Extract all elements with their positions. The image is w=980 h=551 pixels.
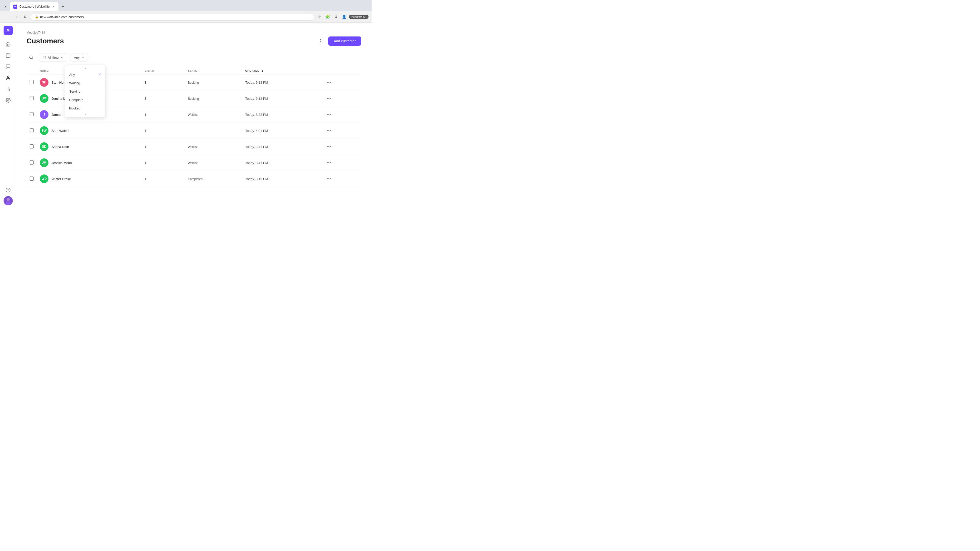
time-filter-button[interactable]: All time <box>39 54 67 62</box>
customer-avatar: JM <box>40 159 48 167</box>
row-checkbox-cell <box>27 171 37 187</box>
table-row[interactable]: SD Sarina Dale 1 Waitlist Today, 3:41 PM… <box>27 139 361 155</box>
row-actions-button[interactable]: ••• <box>325 111 333 118</box>
row-actions-cell: ••• <box>321 123 361 139</box>
dropdown-option-waiting[interactable]: Waiting <box>65 79 105 87</box>
back-button[interactable]: ← <box>3 13 10 21</box>
row-actions-cell: ••• <box>321 155 361 171</box>
row-visits-cell: 1 <box>142 123 185 139</box>
table-row[interactable]: SW Sam Walter 1 Today, 4:01 PM ••• <box>27 123 361 139</box>
row-actions-button[interactable]: ••• <box>325 79 333 86</box>
address-bar: ← → ↻ 🔒 new.waitwhile.com/customers ☆ 🧩 … <box>0 11 372 22</box>
active-tab[interactable]: W Customers | Waitwhile ✕ <box>10 2 59 11</box>
reload-button[interactable]: ↻ <box>21 13 29 21</box>
customer-name: James <box>52 113 61 117</box>
customer-name: Wlater Drake <box>52 177 71 181</box>
dropdown-option-complete-label: Complete <box>69 98 83 102</box>
download-button[interactable]: ⬇ <box>332 13 340 21</box>
row-state-cell: Waitlist <box>185 106 242 123</box>
sidebar-item-calendar[interactable] <box>3 50 13 60</box>
dropdown-option-booked[interactable]: Booked <box>65 104 105 113</box>
dropdown-option-complete[interactable]: Complete <box>65 96 105 104</box>
row-updated-cell: Today, 3:41 PM <box>242 155 321 171</box>
row-actions-button[interactable]: ••• <box>325 127 333 134</box>
check-icon: ✓ <box>98 73 101 76</box>
url-text: new.waitwhile.com/customers <box>40 15 84 19</box>
row-name-cell: SW Sam Walter <box>37 123 142 139</box>
app: M Moodjoy7434 <box>0 23 372 208</box>
customer-avatar: J <box>40 110 48 119</box>
table-row[interactable]: WD Wlater Drake 1 Completed Today, 3:15 … <box>27 171 361 187</box>
tab-back-button[interactable]: ‹ <box>2 3 9 10</box>
extensions-button[interactable]: 🧩 <box>325 13 331 21</box>
status-filter-button[interactable]: Any <box>70 54 88 62</box>
row-updated-cell: Today, 9:13 PM <box>242 91 321 106</box>
row-state-cell: Waitlist <box>185 139 242 155</box>
scroll-up-indicator: ▲ <box>65 66 105 70</box>
more-options-button[interactable]: ⋮ <box>316 37 325 46</box>
time-filter-label: All time <box>48 56 59 59</box>
header-updated[interactable]: UPDATED <box>242 67 321 75</box>
sidebar-item-home[interactable] <box>3 39 13 49</box>
dropdown-option-serving[interactable]: Serving <box>65 87 105 96</box>
row-actions-button[interactable]: ••• <box>325 159 333 166</box>
header-actions: ⋮ Add customer <box>316 37 361 46</box>
row-updated-cell: Today, 3:41 PM <box>242 139 321 155</box>
sidebar-item-help[interactable] <box>3 185 13 195</box>
customer-avatar: SW <box>40 126 48 135</box>
row-actions-button[interactable]: ••• <box>325 143 333 150</box>
row-checkbox[interactable] <box>30 80 34 84</box>
row-checkbox-cell <box>27 139 37 155</box>
add-customer-button[interactable]: Add customer <box>328 37 361 46</box>
customer-name: Jessica Moon <box>52 161 72 165</box>
bookmark-button[interactable]: ☆ <box>316 13 323 21</box>
sidebar-item-messages[interactable] <box>3 62 13 72</box>
dropdown-option-any[interactable]: Any ✓ <box>65 70 105 79</box>
row-state-cell: Booking <box>185 91 242 106</box>
incognito-badge[interactable]: Incognito (2) <box>349 15 369 19</box>
browser-chrome: ‹ W Customers | Waitwhile ✕ + ← → ↻ 🔒 ne… <box>0 0 372 23</box>
row-checkbox[interactable] <box>30 96 34 100</box>
dropdown-option-serving-label: Serving <box>69 89 80 94</box>
tab-close-button[interactable]: ✕ <box>51 5 56 9</box>
row-state-cell: Completed <box>185 171 242 187</box>
row-checkbox[interactable] <box>30 112 34 116</box>
profile-button[interactable]: 👤 <box>341 13 348 21</box>
svg-point-8 <box>7 100 9 101</box>
row-actions-button[interactable]: ••• <box>325 176 333 182</box>
user-profile-avatar[interactable] <box>3 196 13 205</box>
main-content: Moodjoy7434 Customers ⋮ Add customer All… <box>16 23 372 208</box>
row-actions-cell: ••• <box>321 91 361 106</box>
row-checkbox-cell <box>27 75 37 91</box>
row-checkbox-cell <box>27 106 37 123</box>
scroll-down-indicator: ▼ <box>65 113 105 116</box>
row-checkbox[interactable] <box>30 160 34 165</box>
sidebar-item-analytics[interactable] <box>3 84 13 94</box>
sidebar-item-customers[interactable] <box>3 73 13 83</box>
sidebar-logo[interactable]: M <box>3 26 13 35</box>
svg-point-14 <box>30 56 32 59</box>
search-button[interactable] <box>27 53 36 62</box>
row-checkbox[interactable] <box>30 176 34 181</box>
row-actions-cell: ••• <box>321 171 361 187</box>
row-checkbox[interactable] <box>30 128 34 132</box>
tab-title: Customers | Waitwhile <box>19 5 50 8</box>
forward-button[interactable]: → <box>12 13 19 21</box>
row-visits-cell: 1 <box>142 155 185 171</box>
row-checkbox[interactable] <box>30 144 34 148</box>
customer-avatar: SH <box>40 78 48 87</box>
row-actions-button[interactable]: ••• <box>325 95 333 102</box>
table-row[interactable]: JM Jessica Moon 1 Waitlist Today, 3:41 P… <box>27 155 361 171</box>
sidebar-item-settings[interactable] <box>3 95 13 105</box>
new-tab-button[interactable]: + <box>59 3 67 10</box>
status-filter-label: Any <box>74 56 80 59</box>
dropdown-option-waiting-label: Waiting <box>69 81 80 85</box>
row-name-cell: WD Wlater Drake <box>37 171 142 187</box>
page-title: Customers <box>27 37 64 45</box>
row-checkbox-cell <box>27 155 37 171</box>
url-bar[interactable]: 🔒 new.waitwhile.com/customers <box>30 13 314 21</box>
row-visits-cell: 1 <box>142 139 185 155</box>
account-name: Moodjoy7434 <box>27 31 361 35</box>
customer-avatar: JM <box>40 94 48 103</box>
row-updated-cell: Today, 9:13 PM <box>242 75 321 91</box>
